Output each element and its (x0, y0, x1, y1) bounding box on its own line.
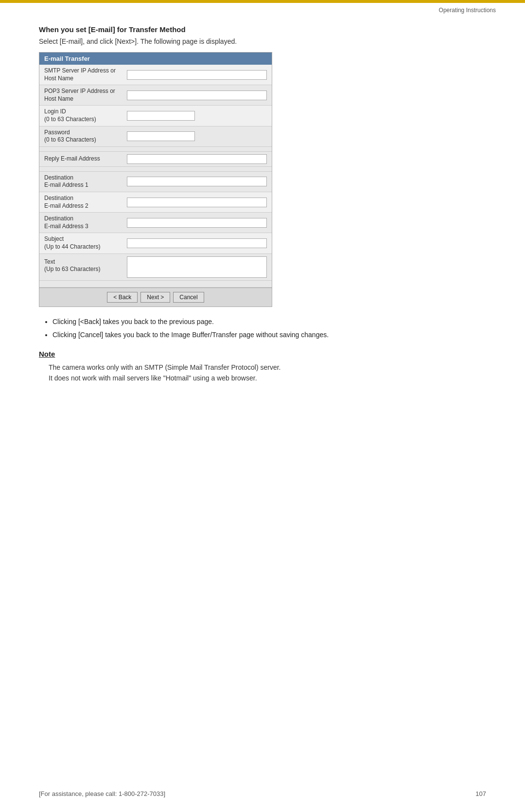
spacer-2 (39, 167, 272, 172)
note-text: The camera works only with an SMTP (Simp… (49, 362, 486, 384)
form-row-reply-email: Reply E-mail Address (39, 152, 272, 167)
label-reply-email: Reply E-mail Address (44, 155, 127, 163)
main-content: When you set [E-mail] for Transfer Metho… (0, 16, 525, 403)
label-text: Text(Up to 63 Characters) (44, 256, 127, 273)
input-dest3[interactable] (127, 218, 267, 228)
form-row-pop3: POP3 Server IP Address orHost Name (39, 85, 272, 106)
form-row-dest1: DestinationE-mail Address 1 (39, 172, 272, 192)
form-footer: < Back Next > Cancel (39, 288, 272, 307)
label-smtp: SMTP Server IP Address orHost Name (44, 67, 127, 82)
input-pop3[interactable] (127, 90, 267, 100)
page-header: Operating Instructions (0, 3, 525, 16)
bullet-2: Clicking [Cancel] takes you back to the … (52, 330, 486, 340)
email-transfer-panel: E-mail Transfer SMTP Server IP Address o… (39, 52, 272, 307)
label-dest1: DestinationE-mail Address 1 (44, 174, 127, 189)
input-dest2[interactable] (127, 198, 267, 207)
input-reply-email[interactable] (127, 154, 267, 164)
form-row-subject: Subject(Up to 44 Characters) (39, 233, 272, 253)
page-footer: [For assistance, please call: 1-800-272-… (0, 790, 525, 797)
bullet-1: Clicking [<Back] takes you back to the p… (52, 317, 486, 327)
input-smtp[interactable] (127, 70, 267, 80)
form-row-login-id: Login ID(0 to 63 Characters) (39, 106, 272, 126)
form-row-dest3: DestinationE-mail Address 3 (39, 213, 272, 233)
input-text[interactable] (127, 256, 267, 278)
section-title: When you set [E-mail] for Transfer Metho… (39, 25, 486, 34)
cancel-button[interactable]: Cancel (173, 292, 204, 303)
spacer-1 (39, 147, 272, 152)
form-row-smtp: SMTP Server IP Address orHost Name (39, 65, 272, 85)
form-row-dest2: DestinationE-mail Address 2 (39, 192, 272, 213)
label-password: Password(0 to 63 Characters) (44, 129, 127, 144)
back-button[interactable]: < Back (107, 292, 138, 303)
form-body: SMTP Server IP Address orHost Name POP3 … (39, 65, 272, 288)
input-login-id[interactable] (127, 111, 195, 121)
label-subject: Subject(Up to 44 Characters) (44, 235, 127, 251)
input-dest1[interactable] (127, 177, 267, 186)
form-row-password: Password(0 to 63 Characters) (39, 126, 272, 147)
next-button[interactable]: Next > (140, 292, 170, 303)
panel-header: E-mail Transfer (39, 53, 272, 65)
label-pop3: POP3 Server IP Address orHost Name (44, 88, 127, 103)
label-dest2: DestinationE-mail Address 2 (44, 195, 127, 210)
bullet-list: Clicking [<Back] takes you back to the p… (52, 317, 486, 340)
note-title: Note (39, 350, 486, 358)
footer-assistance: [For assistance, please call: 1-800-272-… (39, 790, 165, 797)
input-subject[interactable] (127, 238, 267, 248)
form-row-text: Text(Up to 63 Characters) (39, 254, 272, 281)
header-label: Operating Instructions (439, 7, 496, 14)
spacer-3 (39, 281, 272, 288)
label-login-id: Login ID(0 to 63 Characters) (44, 108, 127, 123)
input-password[interactable] (127, 131, 195, 141)
footer-page-number: 107 (475, 790, 486, 797)
intro-text: Select [E-mail], and click [Next>]. The … (39, 37, 486, 45)
label-dest3: DestinationE-mail Address 3 (44, 215, 127, 230)
